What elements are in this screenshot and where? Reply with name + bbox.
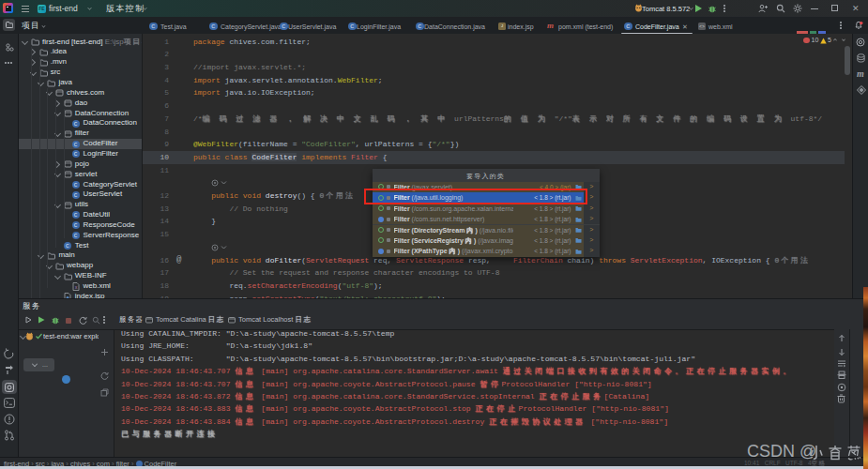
svg-text:<>: <> [699,23,705,29]
svg-text:x: x [74,285,77,290]
